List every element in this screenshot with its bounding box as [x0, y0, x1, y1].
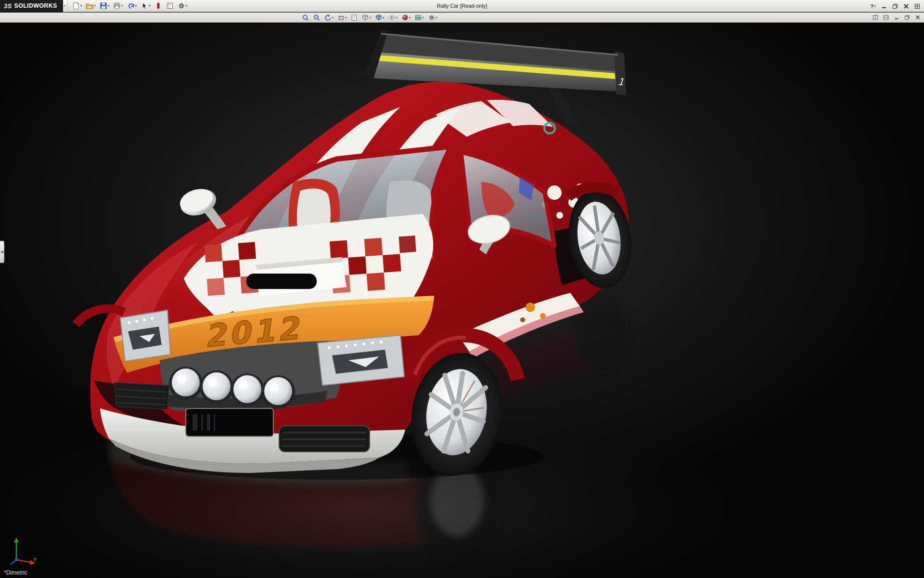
orientation-triad: x	[7, 533, 41, 567]
previous-view-button[interactable]: ▾	[322, 13, 335, 22]
sketch-button[interactable]	[349, 13, 359, 22]
hide-show-items-button[interactable]: ▾	[387, 13, 399, 22]
chevron-down-icon[interactable]: ▾	[94, 4, 96, 8]
left-mesh	[115, 382, 169, 409]
main-toolbar: ▾ ▾ ▾ ▾ ▾ ▾	[68, 1, 192, 11]
eye-icon	[388, 14, 396, 21]
chevron-down-icon[interactable]: ▾	[80, 4, 82, 8]
help-button[interactable]: ?▾	[868, 2, 878, 11]
appearance-ball-icon	[401, 14, 409, 21]
undo-button[interactable]: ▾	[126, 1, 139, 11]
doc-minimize-button[interactable]	[892, 13, 901, 21]
display-style-button[interactable]: ▾	[373, 13, 386, 22]
section-view-button[interactable]: ▾	[336, 13, 348, 22]
close-button[interactable]	[901, 2, 911, 11]
window-controls: ?▾	[868, 0, 922, 12]
close-icon	[903, 3, 909, 9]
gear-icon	[178, 2, 185, 10]
display-style-icon	[375, 14, 382, 21]
undo-arrow-icon	[127, 2, 135, 10]
right-headlight	[318, 335, 404, 385]
chevron-down-icon[interactable]: ▾	[121, 4, 123, 8]
chevron-down-icon[interactable]: ▾	[396, 16, 398, 20]
license-plate	[186, 408, 273, 436]
section-view-icon	[337, 14, 345, 21]
zoom-to-fit-button[interactable]	[300, 13, 310, 22]
title-bar: 3S SOLIDWORKS ▸ ▾ ▾ ▾ ▾ ▾	[0, 0, 924, 12]
view-orientation-button[interactable]: ▾	[360, 13, 372, 22]
3d-scene[interactable]: 1	[0, 23, 924, 578]
appearances-icon	[154, 2, 162, 10]
chevron-down-icon[interactable]: ▾	[135, 4, 137, 8]
select-button[interactable]: ▾	[139, 1, 152, 11]
chevron-down-icon[interactable]: ▾	[383, 16, 385, 20]
wing-number: 1	[617, 76, 624, 88]
feature-tree-flyout-tab[interactable]: ◀	[0, 241, 4, 263]
rear-wing: 1	[365, 30, 626, 95]
minimize-button[interactable]	[879, 2, 889, 11]
tile-vertical-button[interactable]	[871, 13, 880, 21]
view-cube-icon	[361, 14, 369, 21]
minimize-icon	[894, 14, 899, 20]
logo-expand-tab[interactable]: ▸	[63, 0, 68, 12]
chevron-down-icon[interactable]: ▾	[345, 16, 347, 20]
print-button[interactable]: ▾	[112, 1, 125, 11]
triad-x-label: x	[34, 556, 37, 562]
evaluate-button[interactable]	[165, 1, 175, 11]
document-window-controls	[871, 13, 922, 21]
save-floppy-icon	[100, 2, 107, 10]
save-button[interactable]: ▾	[98, 1, 111, 11]
zoom-to-area-icon	[313, 14, 320, 21]
select-cursor-icon	[141, 2, 148, 10]
open-folder-icon	[86, 2, 93, 10]
center-mesh	[279, 426, 370, 452]
solidworks-logo: 3S SOLIDWORKS	[0, 0, 63, 12]
help-question-icon: ?	[870, 3, 873, 9]
chevron-down-icon[interactable]: ▾	[369, 16, 371, 20]
left-headlight	[120, 310, 170, 361]
view-orientation-label: *Dimetric	[4, 569, 27, 576]
edit-appearance-button[interactable]: ▾	[400, 13, 412, 22]
layout-button[interactable]	[912, 2, 922, 11]
appearances-button[interactable]	[153, 1, 164, 11]
3ds-logo-icon: 3S	[4, 2, 12, 10]
tile-horizontal-icon	[883, 14, 889, 20]
chevron-down-icon[interactable]: ▾	[436, 16, 437, 20]
heads-up-toolbar: ▾ ▾ ▾ ▾ ▾ ▾	[300, 13, 438, 22]
tile-horizontal-button[interactable]	[881, 13, 890, 21]
chevron-down-icon[interactable]: ▾	[149, 4, 151, 8]
chevron-down-icon[interactable]: ▾	[874, 4, 876, 8]
scene-photo-icon	[415, 14, 422, 21]
solidworks-window: 3S SOLIDWORKS ▸ ▾ ▾ ▾ ▾ ▾	[0, 0, 924, 578]
new-document-icon	[72, 2, 80, 10]
window-grid-icon	[914, 3, 920, 9]
print-icon	[113, 2, 121, 10]
window-title: Rally Car [Read-only]	[437, 3, 488, 9]
graphics-area[interactable]: 1	[0, 23, 924, 578]
previous-view-icon	[324, 14, 331, 21]
options-button[interactable]: ▾	[176, 1, 189, 11]
apply-scene-button[interactable]: ▾	[413, 13, 426, 22]
restore-button[interactable]	[890, 2, 900, 11]
heads-up-bar: ▾ ▾ ▾ ▾ ▾ ▾	[0, 13, 924, 23]
chevron-down-icon[interactable]: ▾	[332, 16, 334, 20]
view-settings-button[interactable]: ▾	[426, 13, 439, 22]
tile-vertical-icon	[873, 14, 878, 20]
chevron-down-icon[interactable]: ▾	[108, 4, 110, 8]
chevron-down-icon[interactable]: ▾	[186, 4, 188, 8]
restore-icon	[892, 3, 898, 9]
restore-icon	[904, 14, 910, 20]
doc-restore-button[interactable]	[902, 13, 911, 21]
zoom-to-area-button[interactable]	[311, 13, 321, 22]
hood-vent	[246, 274, 317, 289]
close-icon	[915, 14, 921, 20]
chevron-down-icon[interactable]: ▾	[409, 16, 411, 20]
new-button[interactable]: ▾	[71, 1, 84, 11]
chevron-down-icon[interactable]: ▾	[423, 16, 424, 20]
open-button[interactable]: ▾	[84, 1, 97, 11]
left-mirror	[177, 185, 226, 229]
brand-text: SOLIDWORKS	[14, 2, 57, 9]
sketch-sheet-icon	[350, 14, 358, 21]
doc-close-button[interactable]	[913, 13, 922, 21]
sheet-grid-icon	[166, 2, 174, 10]
